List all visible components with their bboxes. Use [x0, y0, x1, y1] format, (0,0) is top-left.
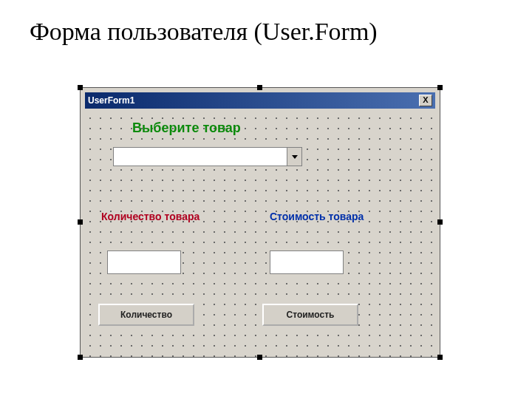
userform-titlebar[interactable]: UserForm1 X: [85, 92, 435, 109]
chevron-down-icon: [292, 155, 298, 159]
close-button[interactable]: X: [419, 95, 432, 106]
cost-textbox[interactable]: [270, 250, 344, 274]
combobox-dropdown-button[interactable]: [287, 148, 301, 166]
userform-title: UserForm1: [88, 95, 419, 106]
cost-input[interactable]: [270, 251, 343, 273]
userform-designer: UserForm1 X Выберите товар Количество то…: [80, 87, 440, 358]
quantity-button[interactable]: Количество: [98, 304, 194, 326]
slide-title: Форма пользователя (User.Form): [30, 18, 532, 46]
heading-label: Выберите товар: [132, 120, 241, 136]
product-combobox-input[interactable]: [114, 148, 287, 166]
product-combobox[interactable]: [113, 147, 302, 166]
quantity-textbox[interactable]: [107, 250, 181, 274]
quantity-input[interactable]: [108, 251, 180, 273]
cost-button[interactable]: Стоимость: [262, 304, 358, 326]
quantity-label: Количество товара: [101, 211, 200, 222]
cost-label: Стоимость товара: [270, 211, 364, 222]
